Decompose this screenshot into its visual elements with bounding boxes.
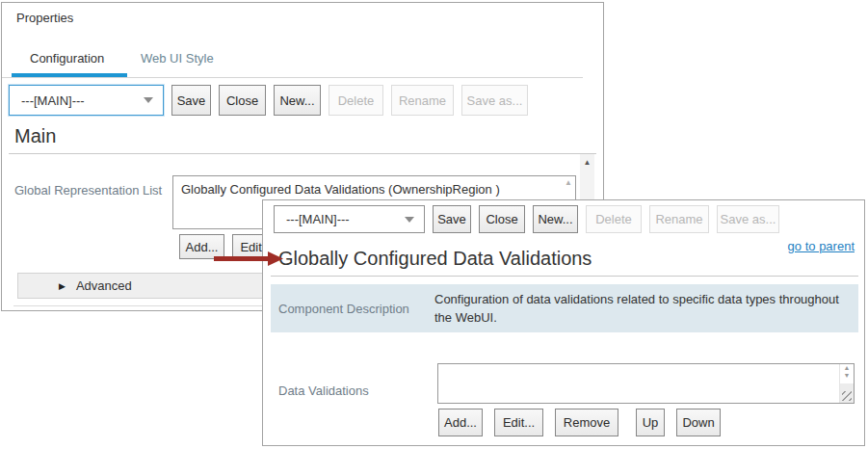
- remove-button[interactable]: Remove: [555, 409, 618, 436]
- up-button[interactable]: Up: [636, 409, 665, 436]
- data-validations-textarea[interactable]: ▲ ▼: [437, 363, 855, 404]
- config-toolbar: ---[MAIN]--- Save Close New... Delete Re…: [274, 205, 779, 233]
- rename-button[interactable]: Rename: [391, 85, 454, 116]
- resize-grip-icon[interactable]: [842, 391, 852, 401]
- main-section-heading: Main: [14, 125, 56, 147]
- advanced-label: Advanced: [76, 278, 132, 293]
- component-description-label: Component Description: [278, 299, 434, 319]
- scrollbar-up-icon[interactable]: ▲: [580, 154, 594, 167]
- scroll-down-icon[interactable]: ▼: [844, 372, 851, 380]
- component-description-section: Component Description Configuration of d…: [271, 284, 858, 332]
- data-validations-label: Data Validations: [278, 381, 369, 401]
- delete-button[interactable]: Delete: [329, 85, 383, 116]
- new-button[interactable]: New...: [533, 205, 578, 233]
- tab-web-ui-style[interactable]: Web UI Style: [141, 51, 214, 66]
- data-validations-window: ---[MAIN]--- Save Close New... Delete Re…: [262, 199, 865, 446]
- expand-arrow-icon: ▶: [59, 281, 66, 291]
- caret-down-icon: [144, 97, 153, 103]
- configuration-select-value: ---[MAIN]---: [21, 93, 85, 108]
- down-button[interactable]: Down: [676, 409, 721, 436]
- window-title: Properties: [16, 11, 73, 25]
- add-button[interactable]: Add...: [438, 409, 483, 436]
- configuration-select[interactable]: ---[MAIN]---: [274, 205, 425, 233]
- rename-button[interactable]: Rename: [649, 205, 709, 233]
- annotation-arrow-icon: [210, 248, 287, 271]
- save-as-button[interactable]: Save as...: [717, 205, 779, 233]
- save-button[interactable]: Save: [171, 85, 211, 116]
- new-button[interactable]: New...: [274, 85, 321, 116]
- close-button[interactable]: Close: [219, 85, 266, 116]
- save-as-button[interactable]: Save as...: [461, 85, 528, 116]
- edit-button[interactable]: Edit...: [494, 409, 543, 436]
- save-button[interactable]: Save: [433, 205, 471, 233]
- heading-divider: [271, 276, 858, 277]
- scroll-up-icon[interactable]: ▲: [844, 364, 851, 372]
- tab-divider: [2, 77, 583, 78]
- global-representation-value: Globally Configured Data Validations (Ow…: [181, 182, 500, 197]
- configuration-select-value: ---[MAIN]---: [286, 212, 350, 226]
- page-title: Globally Configured Data Validations: [278, 248, 592, 270]
- heading-divider: [9, 153, 596, 154]
- caret-down-icon: [405, 217, 414, 223]
- configuration-select[interactable]: ---[MAIN]---: [9, 85, 164, 116]
- component-description-text: Configuration of data validations relate…: [434, 290, 839, 327]
- config-toolbar: ---[MAIN]--- Save Close New... Delete Re…: [9, 85, 528, 116]
- delete-button[interactable]: Delete: [586, 205, 642, 233]
- go-to-parent-link[interactable]: go to parent: [788, 239, 855, 253]
- data-validations-actions: Add... Edit... Remove Up Down: [438, 409, 721, 436]
- global-representation-label: Global Representation List: [14, 180, 164, 200]
- close-button[interactable]: Close: [479, 205, 525, 233]
- scroll-up-icon[interactable]: ▲: [565, 178, 572, 188]
- tab-configuration[interactable]: Configuration: [30, 51, 104, 66]
